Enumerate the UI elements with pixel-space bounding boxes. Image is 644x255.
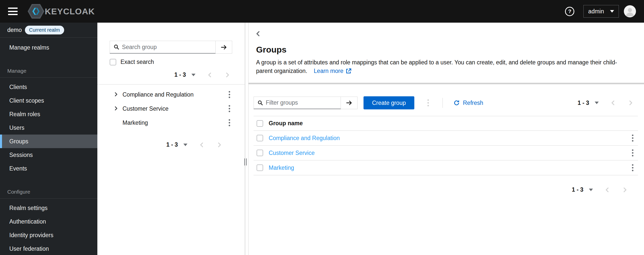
prev-page-button[interactable]: [604, 187, 611, 193]
tree-divider: [97, 84, 245, 84]
chevron-left-icon: [610, 100, 616, 106]
help-glyph: ?: [568, 8, 571, 14]
sidebar-item-authentication[interactable]: Authentication: [0, 215, 97, 228]
prev-page-button[interactable]: [207, 72, 213, 78]
refresh-label: Refresh: [463, 100, 483, 106]
sidebar-section-configure: Configure: [0, 189, 97, 198]
exact-search-label: Exact search: [120, 59, 154, 65]
table-row: Customer Service: [254, 146, 638, 160]
tree-pagination-bottom: 1 - 3: [110, 141, 232, 148]
prev-page-button[interactable]: [610, 100, 616, 106]
create-group-button[interactable]: Create group: [364, 96, 414, 109]
sidebar-item-user-federation[interactable]: User federation: [0, 242, 97, 255]
tree-item-label[interactable]: Marketing: [123, 119, 148, 126]
pagination-options-caret-icon[interactable]: [589, 189, 593, 191]
user-menu-dropdown[interactable]: admin: [583, 5, 619, 18]
groups-tree-panel: Exact search 1 - 3 Compliance and Regula…: [97, 23, 245, 255]
sidebar-item-realm-settings[interactable]: Realm settings: [0, 201, 97, 215]
table-header-row: Group name: [254, 116, 638, 131]
avatar[interactable]: [624, 5, 636, 17]
sidebar-nav-list: Manage realms Manage Clients Client scop…: [0, 41, 97, 255]
brand-text: KEYCLOAK: [45, 7, 95, 16]
group-link[interactable]: Marketing: [269, 164, 294, 171]
current-realm-badge: Current realm: [25, 26, 64, 34]
row-checkbox[interactable]: [257, 135, 263, 141]
pagination-range: 1 - 3: [572, 186, 583, 193]
expand-chevron-icon[interactable]: [113, 105, 119, 112]
learn-more-link[interactable]: Learn more: [314, 67, 352, 75]
kebab-menu-icon[interactable]: [630, 163, 635, 172]
chevron-left-icon: [207, 72, 213, 78]
sidebar-item-identity-providers[interactable]: Identity providers: [0, 228, 97, 242]
search-submit-button[interactable]: [216, 41, 232, 54]
chevron-left-icon: [604, 187, 611, 193]
sidebar-item-manage-realms[interactable]: Manage realms: [0, 41, 97, 54]
search-group-input[interactable]: [122, 44, 215, 51]
sidebar-item-users[interactable]: Users: [0, 121, 97, 135]
toolbar-kebab-icon[interactable]: [425, 98, 431, 107]
next-page-button[interactable]: [224, 72, 231, 78]
tree-item-label[interactable]: Customer Service: [123, 105, 169, 112]
group-link[interactable]: Compliance and Regulation: [269, 135, 340, 142]
expand-chevron-icon[interactable]: [113, 91, 119, 98]
next-page-button[interactable]: [216, 142, 223, 148]
main-content: Groups A group is a set of attributes an…: [248, 23, 644, 255]
user-menu-label: admin: [588, 8, 604, 15]
kebab-menu-icon[interactable]: [227, 90, 232, 99]
pagination-options-caret-icon[interactable]: [595, 102, 599, 104]
row-checkbox[interactable]: [257, 150, 263, 156]
sidebar-item-client-scopes[interactable]: Client scopes: [0, 94, 97, 107]
collapse-drawer-icon[interactable]: [255, 30, 262, 38]
sidebar-item-events[interactable]: Events: [0, 162, 97, 175]
masthead-actions: ? admin: [565, 5, 636, 18]
refresh-button[interactable]: Refresh: [453, 100, 483, 106]
sidebar-nav: demo Current realm Manage realms Manage …: [0, 23, 97, 255]
sidebar-item-clients[interactable]: Clients: [0, 80, 97, 94]
toolbar-divider: [442, 98, 443, 108]
table-pagination-bottom: 1 - 3: [249, 186, 628, 193]
chevron-right-icon: [627, 100, 634, 106]
sidebar-item-realm-roles[interactable]: Realm roles: [0, 107, 97, 121]
arrow-right-icon: [346, 99, 353, 106]
keycloak-logo: KEYCLOAK: [28, 4, 95, 19]
kebab-menu-icon[interactable]: [630, 148, 635, 157]
prev-page-button[interactable]: [198, 142, 205, 148]
kebab-menu-icon[interactable]: [227, 104, 232, 113]
sidebar-item-sessions[interactable]: Sessions: [0, 148, 97, 162]
select-all-checkbox[interactable]: [257, 120, 263, 127]
sidebar-item-groups[interactable]: Groups: [0, 135, 97, 148]
chevron-down-icon: [610, 10, 614, 13]
user-avatar-icon: [624, 5, 636, 17]
exact-search-checkbox[interactable]: [110, 59, 116, 65]
group-search-box: [110, 41, 232, 54]
table-row: Compliance and Regulation: [254, 131, 638, 146]
tree-item: Compliance and Regulation: [110, 88, 232, 102]
drag-handle-icon: [244, 158, 247, 165]
pagination-options-caret-icon[interactable]: [183, 144, 187, 146]
kebab-menu-icon[interactable]: [227, 118, 232, 127]
tree-item-label[interactable]: Compliance and Regulation: [123, 91, 194, 98]
help-icon[interactable]: ?: [565, 7, 574, 16]
pagination-options-caret-icon[interactable]: [191, 74, 195, 76]
kebab-menu-icon[interactable]: [630, 134, 635, 143]
panel-splitter[interactable]: [244, 23, 247, 255]
hamburger-menu-icon[interactable]: [8, 8, 18, 15]
next-page-button[interactable]: [627, 100, 634, 106]
groups-toolbar: Create group Refresh 1 - 3: [249, 84, 644, 109]
realm-name: demo: [7, 27, 22, 33]
chevron-right-icon: [622, 187, 628, 193]
group-link[interactable]: Customer Service: [269, 150, 315, 156]
keycloak-hexagon-icon: [28, 4, 44, 19]
page-description-text: A group is a set of attributes and role …: [256, 59, 617, 74]
chevron-right-icon: [224, 72, 231, 78]
exact-search-row: Exact search: [110, 59, 232, 65]
refresh-icon: [453, 100, 460, 106]
external-link-icon: [345, 68, 352, 74]
next-page-button[interactable]: [622, 187, 628, 193]
realm-selector[interactable]: demo Current realm: [0, 23, 97, 38]
pagination-range: 1 - 3: [174, 71, 186, 78]
masthead: KEYCLOAK ? admin: [0, 0, 644, 23]
filter-submit-button[interactable]: [341, 97, 357, 109]
row-checkbox[interactable]: [257, 164, 263, 171]
filter-groups-input[interactable]: [266, 99, 341, 106]
